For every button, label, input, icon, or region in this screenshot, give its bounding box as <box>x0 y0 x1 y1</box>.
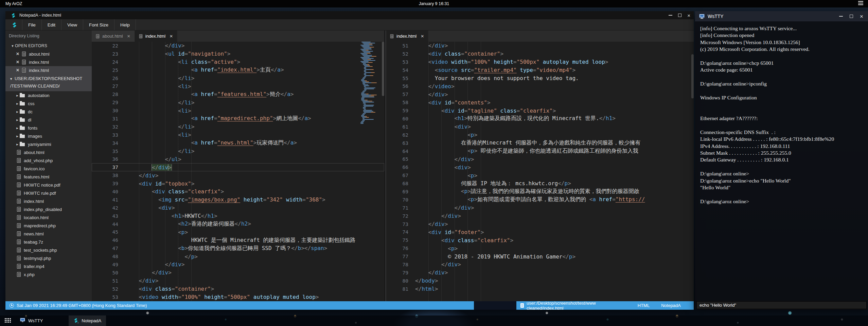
code-line[interactable]: 34 <a href="news.html">玩家傳送門</a> <box>92 139 384 147</box>
taskbar-item-notepada[interactable]: NotepadA <box>69 315 106 326</box>
code-line[interactable]: 56 </video> <box>386 82 694 90</box>
file-item[interactable]: HKWTC notice.pdf <box>5 181 92 189</box>
code-line[interactable]: 22 </div> <box>92 42 384 50</box>
code-line[interactable]: 80</body> <box>386 277 694 285</box>
open-editors-header[interactable]: ▾ OPEN EDITORS <box>5 42 92 50</box>
menu-item-font-size[interactable]: Font Size <box>83 19 114 30</box>
tab-about.html[interactable]: about.html✕ <box>92 31 135 42</box>
code-line[interactable]: 41 <img src="images/box.png" height="342… <box>92 196 384 204</box>
code-line[interactable]: 35 </li> <box>92 147 384 155</box>
code-line[interactable]: 61 <div> <box>386 123 694 131</box>
file-item[interactable]: features.html <box>5 173 92 181</box>
folder-item[interactable]: ▸fonts <box>5 124 92 132</box>
code-line[interactable]: 45 <p> <box>92 228 384 236</box>
close-icon[interactable]: × <box>860 14 863 19</box>
maximize-icon[interactable] <box>850 15 853 18</box>
close-icon[interactable]: ✕ <box>421 34 424 39</box>
close-icon[interactable]: ✕ <box>15 52 20 56</box>
editor-pane-right[interactable]: index.html✕ 51 </div>52 <div class="cont… <box>386 31 694 301</box>
menu-item-file[interactable]: File <box>22 19 42 30</box>
code-line[interactable]: 42 <div> <box>92 204 384 212</box>
wstty-titlebar[interactable]: WsTTY × <box>695 11 868 21</box>
code-line[interactable]: 77 © 2018 - 2019 HKWTC Animation Gamer</… <box>386 252 694 261</box>
file-item[interactable]: about.html <box>5 148 92 156</box>
code-line[interactable]: 52 <div class="container"> <box>92 285 384 293</box>
code-line[interactable]: 79 </div> <box>386 269 694 277</box>
code-line[interactable]: 65 </div> <box>386 155 694 163</box>
menu-item-edit[interactable]: Edit <box>42 19 61 30</box>
code-line[interactable]: 71 </div> <box>386 204 694 212</box>
file-item[interactable]: index.php_disabled <box>5 205 92 213</box>
code-area-left[interactable]: 22 </div>23 <ul id="navigation">24 <li c… <box>92 42 384 301</box>
code-line[interactable]: 55 Your browser does not support the vid… <box>386 74 694 82</box>
code-line[interactable]: 63 在香港的Minecraft 伺服器中，多為小遊戲和純生存的伺服器，較少擁有 <box>386 139 694 147</box>
code-line[interactable]: 38 </div> <box>92 171 384 179</box>
code-line[interactable]: 53 <video width="100%" height="500px" au… <box>92 293 384 301</box>
close-icon[interactable]: ✕ <box>15 68 20 73</box>
tab-index.html[interactable]: index.html✕ <box>386 31 428 42</box>
code-line[interactable]: 40 <div class="clearfix"> <box>92 188 384 196</box>
open-editor-item[interactable]: ✕index.html <box>5 66 92 74</box>
file-item[interactable]: favicon.ico <box>5 165 92 173</box>
code-line[interactable]: 51 </div> <box>386 42 694 50</box>
file-item[interactable]: mapredirect.php <box>5 222 92 230</box>
folder-item[interactable]: ▸dc <box>5 108 92 116</box>
file-item[interactable]: teabag.7z <box>5 238 92 246</box>
code-line[interactable]: 64 <p> 即使你不是建築師，你也能透過紅石師或鐵路工程師的身份加入我 <box>386 147 694 155</box>
terminal-input[interactable]: echo "Hello World" <box>696 301 867 309</box>
minimize-icon[interactable] <box>839 16 843 17</box>
code-line[interactable]: 25 <a href="index.html">主頁</a> <box>92 66 384 74</box>
code-area-right[interactable]: 51 </div>52 <div class="container">53 <v… <box>386 42 694 301</box>
code-line[interactable]: 33 <li> <box>92 131 384 139</box>
code-line[interactable]: 31 <a href="mapredirect.php">網上地圖</a> <box>92 115 384 123</box>
terminal-output[interactable]: [info] Conencting to arozos WsTTY servic… <box>695 21 868 301</box>
code-line[interactable]: 67 <p> <box>386 171 694 179</box>
code-line[interactable]: 27 <li> <box>92 82 384 90</box>
code-line[interactable]: 75 <div class="clearfix"> <box>386 236 694 244</box>
menu-item-view[interactable]: View <box>61 19 83 30</box>
minimap[interactable] <box>360 42 382 143</box>
code-line[interactable]: 58 <div id="contents"> <box>386 98 694 107</box>
code-line[interactable]: 28 <a href="features.html">簡介</a> <box>92 90 384 98</box>
code-line[interactable]: 73 </div> <box>386 220 694 228</box>
code-line[interactable]: 37 </div> <box>92 163 384 171</box>
code-line[interactable]: 53 <video width="100%" height="500px" au… <box>386 58 694 66</box>
code-line[interactable]: 57 </div> <box>386 90 694 98</box>
close-icon[interactable]: × <box>687 13 690 18</box>
code-line[interactable]: 52 <div class="container"> <box>386 50 694 58</box>
close-icon[interactable]: ✕ <box>170 34 173 39</box>
open-editor-item[interactable]: ✕about.html <box>5 50 92 58</box>
code-line[interactable]: 59 <div id="tagline" class="clearfix"> <box>386 107 694 115</box>
code-line[interactable]: 51 </div> <box>92 277 384 285</box>
file-item[interactable]: testmysql.php <box>5 254 92 262</box>
code-line[interactable]: 70 <p>如有問題或需要申請白名單，歡迎加入我們的 <a href="http… <box>386 196 694 204</box>
close-icon[interactable]: ✕ <box>127 34 130 39</box>
code-line[interactable]: 36 </ul> <box>92 155 384 163</box>
code-line[interactable]: 46 HKWTC 是一個 Minecraft 的建築伺服器，主要建築計劃包括鐵路 <box>92 236 384 244</box>
scrollbar-right[interactable] <box>691 54 694 98</box>
file-item[interactable]: add_vhost.php <box>5 156 92 165</box>
file-item[interactable]: x.php <box>5 270 92 279</box>
menu-icon[interactable] <box>858 3 863 3</box>
code-line[interactable]: 50 </div> <box>92 269 384 277</box>
code-line[interactable]: 76 <p> <box>386 244 694 252</box>
code-line[interactable]: 81</html> <box>386 285 694 293</box>
code-line[interactable]: 60 <h1>特別為建築及鐵路而設，現代化的 Minecraft 世界.</h1… <box>386 115 694 123</box>
maximize-icon[interactable] <box>678 14 681 17</box>
code-line[interactable]: 74 <div id="footer"> <box>386 228 694 236</box>
code-line[interactable]: 23 <ul id="navigation"> <box>92 50 384 58</box>
statusbar-fileinfo[interactable]: user:/Desktop/screenshot/test/www cleane… <box>516 301 694 310</box>
open-editor-item[interactable]: ✕index.html <box>5 58 92 66</box>
code-line[interactable]: 68 伺服器 IP 地址為： mcs.hkwtc.org</p> <box>386 179 694 188</box>
file-item[interactable]: test_sockets.php <box>5 246 92 254</box>
code-line[interactable]: 43 <h1>HKWTC</h1> <box>92 212 384 220</box>
code-line[interactable]: 30 <li> <box>92 107 384 115</box>
code-line[interactable]: 62 <p> <box>386 131 694 139</box>
code-line[interactable]: 32 </li> <box>92 123 384 131</box>
root-folder-item[interactable]: ▾USER:/DESKTOP/SCREENSHOT /TEST/WWW CLEA… <box>5 74 92 91</box>
folder-item[interactable]: ▸dl <box>5 116 92 124</box>
taskbar-item-wstty[interactable]: WsTTY <box>15 315 48 326</box>
code-line[interactable]: 49 </div> <box>92 261 384 269</box>
code-line[interactable]: 69 <p>請注意，我們的伺服器為確保玩家及遊玩時的質素，我們對的服器開啟 <box>386 188 694 196</box>
code-line[interactable]: 24 <li class="active"> <box>92 58 384 66</box>
